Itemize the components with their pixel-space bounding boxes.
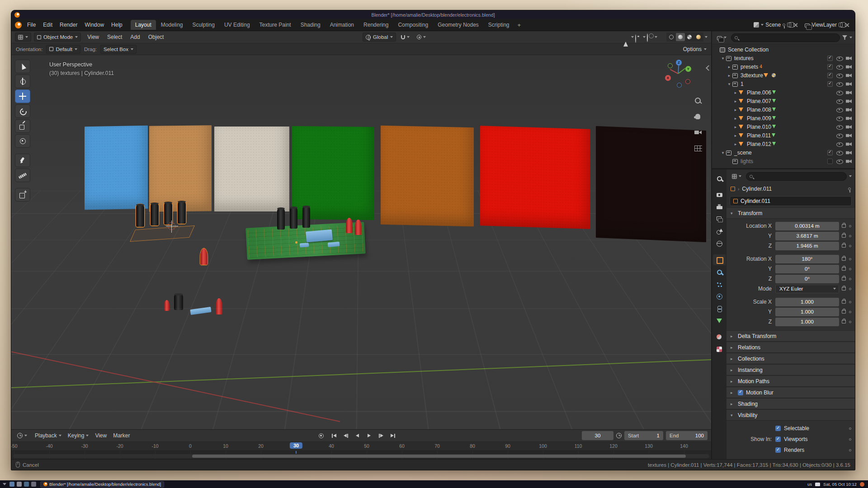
disable-in-renders-camera-icon[interactable] bbox=[846, 116, 852, 121]
toggle-collection-checkbox[interactable] bbox=[827, 81, 833, 87]
toggle-ortho-grid-icon[interactable] bbox=[694, 145, 702, 151]
value-field[interactable]: 1.000 bbox=[775, 308, 839, 316]
expand-arrow-icon[interactable] bbox=[733, 116, 738, 121]
texture-plane-orange[interactable] bbox=[381, 126, 474, 226]
material-tab[interactable] bbox=[713, 332, 726, 343]
pin-id-icon[interactable] bbox=[848, 188, 851, 190]
animate-dot-icon[interactable] bbox=[849, 427, 851, 430]
animate-dot-icon[interactable] bbox=[849, 449, 851, 451]
disable-in-renders-camera-icon[interactable] bbox=[846, 124, 852, 130]
object-name-field[interactable]: Cylinder.011 bbox=[730, 196, 852, 206]
object-visibility-button[interactable] bbox=[635, 34, 642, 40]
lock-icon[interactable] bbox=[842, 257, 846, 261]
lock-icon[interactable] bbox=[842, 310, 846, 314]
menu-window[interactable]: Window bbox=[81, 20, 108, 30]
scene-selector[interactable]: Scene bbox=[751, 21, 800, 29]
auto-keying-button[interactable] bbox=[316, 432, 326, 439]
toggle-collection-checkbox[interactable] bbox=[827, 64, 833, 70]
lock-icon[interactable] bbox=[842, 320, 846, 324]
play-reverse-button[interactable] bbox=[352, 431, 363, 440]
timeline-menu-keying[interactable]: Keying bbox=[65, 431, 92, 440]
lock-icon[interactable] bbox=[842, 224, 846, 228]
timeline-menu-marker[interactable]: Marker bbox=[110, 431, 132, 440]
lock-icon[interactable] bbox=[842, 277, 846, 281]
menu-render[interactable]: Render bbox=[56, 20, 81, 30]
outliner-search-input[interactable] bbox=[731, 33, 840, 42]
disable-in-renders-camera-icon[interactable] bbox=[846, 81, 852, 87]
next-keyframe-button[interactable] bbox=[376, 431, 387, 440]
led-object[interactable] bbox=[355, 220, 362, 235]
workspace-tab-sculpting[interactable]: Sculpting bbox=[188, 20, 219, 30]
outliner-row-textures[interactable]: textures bbox=[712, 54, 855, 62]
timeline-scrollbar-thumb[interactable] bbox=[192, 455, 686, 458]
outliner-row-plane-007[interactable]: Plane.007 bbox=[712, 97, 855, 105]
play-button[interactable] bbox=[364, 431, 375, 440]
outliner-editor-type-button[interactable] bbox=[715, 34, 729, 41]
options-dropdown[interactable]: Options bbox=[683, 46, 707, 52]
outliner-row-plane-009[interactable]: Plane.009 bbox=[712, 114, 855, 122]
zoom-icon[interactable] bbox=[694, 97, 702, 105]
new-scene-icon[interactable] bbox=[787, 23, 791, 27]
workspace-tab-texture-paint[interactable]: Texture Paint bbox=[255, 20, 296, 30]
hide-in-viewport-eye-icon[interactable] bbox=[836, 116, 843, 121]
panel-header-delta-transform[interactable]: ▸Delta Transform bbox=[726, 330, 855, 342]
negative-x-gizmo-dot[interactable] bbox=[685, 79, 690, 84]
panel-header-relations[interactable]: ▸Relations bbox=[726, 342, 855, 353]
outliner-row-lights[interactable]: lights bbox=[712, 157, 855, 165]
hide-in-viewport-eye-icon[interactable] bbox=[836, 99, 843, 104]
3d-viewport[interactable]: User Perspective (30) textures | Cylinde… bbox=[11, 55, 711, 429]
value-field[interactable]: 0° bbox=[775, 265, 839, 273]
texture-plane-tan[interactable] bbox=[149, 125, 212, 211]
show-gizmo-button[interactable] bbox=[623, 34, 630, 40]
toggle-collection-checkbox[interactable] bbox=[827, 150, 833, 155]
browser-icon[interactable] bbox=[31, 482, 36, 487]
annotate-tool[interactable] bbox=[15, 154, 30, 167]
timeline-scrollbar[interactable] bbox=[13, 454, 709, 458]
x-axis-gizmo-dot[interactable]: X bbox=[665, 75, 671, 81]
capacitor-object[interactable] bbox=[290, 207, 297, 229]
properties-editor-type-button[interactable] bbox=[730, 173, 744, 180]
drag-mode-dropdown[interactable]: Select Box bbox=[100, 45, 137, 54]
filter-funnel-icon[interactable] bbox=[842, 35, 847, 40]
disable-in-renders-camera-icon[interactable] bbox=[846, 159, 852, 164]
animate-dot-icon[interactable] bbox=[849, 438, 851, 441]
lock-icon[interactable] bbox=[842, 300, 846, 304]
show-in-viewports-checkbox[interactable] bbox=[775, 436, 781, 442]
modifiers-tab[interactable] bbox=[713, 267, 726, 277]
pin-icon[interactable] bbox=[783, 23, 785, 26]
tool-tab[interactable] bbox=[713, 173, 726, 184]
keyboard-icon[interactable] bbox=[815, 483, 820, 486]
keyboard-layout-indicator[interactable]: us bbox=[807, 482, 812, 487]
solid-shading-button[interactable] bbox=[676, 33, 685, 41]
panel-header-motion-paths[interactable]: ▸Motion Paths bbox=[726, 375, 855, 387]
hide-in-viewport-eye-icon[interactable] bbox=[836, 56, 843, 61]
animate-dot-icon[interactable] bbox=[849, 225, 851, 227]
disable-in-renders-camera-icon[interactable] bbox=[846, 150, 852, 155]
window-titlebar[interactable]: Blender* [/home/amalie/Desktop/blender/e… bbox=[11, 10, 855, 19]
chip-object[interactable] bbox=[306, 230, 333, 243]
hide-in-viewport-eye-icon[interactable] bbox=[836, 90, 843, 95]
disable-in-renders-camera-icon[interactable] bbox=[846, 133, 852, 138]
led-object[interactable] bbox=[164, 300, 170, 311]
navigation-gizmo[interactable]: Z Y X bbox=[665, 61, 691, 87]
outliner-row-plane-010[interactable]: Plane.010 bbox=[712, 122, 855, 131]
terminal-icon[interactable] bbox=[17, 482, 22, 487]
playhead[interactable]: 30 bbox=[290, 442, 302, 449]
taskbar-window-button[interactable]: Blender* [/home/amalie/Desktop/blender/e… bbox=[40, 481, 164, 488]
z-axis-gizmo-dot[interactable]: Z bbox=[676, 60, 682, 66]
texture-plane-black[interactable] bbox=[596, 126, 706, 242]
output-tab[interactable] bbox=[713, 202, 726, 212]
scene-tab[interactable] bbox=[713, 226, 726, 237]
timeline-menu-playback[interactable]: Playback bbox=[32, 431, 64, 440]
panel-header-motion-blur[interactable]: ▸Motion Blur bbox=[726, 387, 855, 398]
render-tab[interactable] bbox=[713, 189, 726, 200]
view-layer-tab[interactable] bbox=[713, 214, 726, 225]
menu-help[interactable]: Help bbox=[108, 20, 126, 30]
animate-dot-icon[interactable] bbox=[849, 245, 851, 247]
show-in-renders-checkbox[interactable] bbox=[775, 447, 781, 453]
workspace-tab-rendering[interactable]: Rendering bbox=[359, 20, 393, 30]
visibility-panel-header[interactable]: ▾ Visibility bbox=[726, 409, 855, 421]
capacitor-object[interactable] bbox=[178, 201, 186, 224]
constraints-tab[interactable] bbox=[713, 303, 726, 314]
outliner-row-plane-006[interactable]: Plane.006 bbox=[712, 88, 855, 97]
